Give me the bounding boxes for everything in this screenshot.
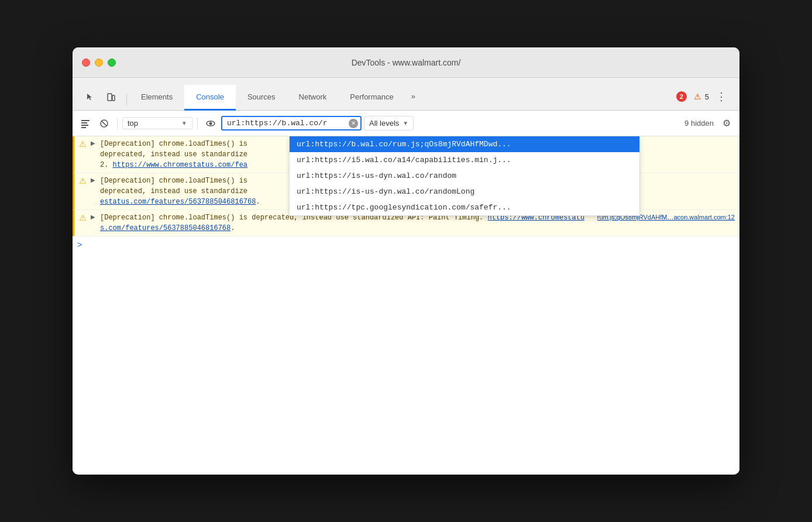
tab-console[interactable]: Console — [184, 85, 236, 111]
chromestatus-link-2[interactable]: estatus.com/features/5637885046816768 — [100, 198, 256, 206]
svg-point-9 — [209, 122, 212, 125]
error-count: 2 — [676, 91, 687, 102]
tab-icons — [77, 89, 124, 105]
autocomplete-item-5[interactable]: url:https://tpc.googlesyndication.com/sa… — [290, 200, 639, 215]
svg-rect-3 — [81, 122, 87, 123]
tab-bar-right: 2 ⚠ 5 ⋮ — [676, 88, 735, 105]
tab-separator-1 — [126, 94, 127, 105]
clear-icon — [81, 119, 90, 128]
console-toolbar: top ▼ ✕ All levels ▼ 9 hidden ⚙ url:http… — [73, 111, 739, 136]
minimize-button[interactable] — [95, 59, 103, 67]
svg-rect-1 — [112, 95, 115, 101]
autocomplete-item-2[interactable]: url:https://i5.wal.co/a14/capabilities.m… — [290, 152, 639, 168]
eye-button[interactable] — [202, 115, 219, 132]
close-button[interactable] — [82, 59, 90, 67]
svg-line-7 — [102, 121, 107, 126]
svg-rect-2 — [81, 120, 90, 121]
settings-button[interactable]: ⚙ — [718, 115, 735, 132]
console-prompt: > — [73, 236, 739, 253]
tab-elements[interactable]: Elements — [129, 85, 184, 111]
filter-input-container: ✕ — [221, 116, 362, 130]
toolbar-separator-1 — [117, 118, 118, 129]
hidden-count: 9 hidden — [684, 119, 714, 128]
tab-sources[interactable]: Sources — [236, 85, 287, 111]
autocomplete-item-4[interactable]: url:https://is-us-dyn.wal.co/randomLong — [290, 184, 639, 200]
window-title: DevTools - www.walmart.com/ — [352, 58, 461, 67]
tab-performance[interactable]: Performance — [338, 85, 405, 111]
eye-icon — [206, 119, 215, 128]
context-selector[interactable]: top ▼ — [122, 117, 192, 129]
prompt-arrow: > — [77, 240, 82, 249]
toolbar-separator-2 — [197, 118, 198, 129]
warning-icon-2: ⚠ — [79, 176, 91, 186]
context-arrow-icon: ▼ — [181, 120, 187, 126]
level-selector[interactable]: All levels ▼ — [364, 116, 414, 130]
message-text-3a: [Deprecation] chrome.loadTimes() is depr… — [100, 214, 584, 232]
tab-bar: Elements Console Sources Network Perform… — [73, 78, 739, 111]
svg-rect-4 — [81, 125, 88, 126]
chromestatus-link-1[interactable]: https://www.chromestatus.com/fea — [113, 161, 247, 169]
warning-icon-3: ⚠ — [79, 213, 91, 222]
level-arrow-icon: ▼ — [402, 120, 408, 126]
device-icon — [106, 92, 116, 102]
context-value: top — [128, 119, 178, 128]
svg-rect-5 — [81, 127, 86, 128]
message-text-2a: [Deprecation] chrome.loadTimes() is depr… — [100, 177, 260, 206]
tab-network[interactable]: Network — [287, 85, 339, 111]
filter-input[interactable] — [221, 116, 362, 130]
no-filter-button[interactable] — [96, 115, 112, 132]
more-options-button[interactable]: ⋮ — [713, 88, 730, 105]
autocomplete-item-1[interactable]: url:https://b.wal.co/rum.js;qOs8mjRVdAHf… — [290, 136, 639, 152]
level-value: All levels — [369, 119, 399, 128]
warning-count: 5 — [705, 92, 709, 101]
svg-rect-0 — [108, 94, 112, 101]
block-icon — [99, 119, 109, 128]
filter-clear-button[interactable]: ✕ — [349, 119, 358, 128]
device-toolbar-button[interactable] — [103, 89, 119, 105]
expand-3[interactable]: ▶ — [91, 214, 100, 220]
message-text-1a: [Deprecation] chrome.loadTimes() is depr… — [100, 140, 247, 169]
autocomplete-dropdown: url:https://b.wal.co/rum.js;qOs8mjRVdAHf… — [289, 136, 640, 216]
chromestatus-link-3b[interactable]: s.com/features/5637885046816768 — [100, 224, 230, 232]
error-badge: 2 — [676, 91, 690, 102]
title-bar: DevTools - www.walmart.com/ — [73, 47, 739, 78]
clear-console-button[interactable] — [77, 115, 94, 132]
autocomplete-item-3[interactable]: url:https://is-us-dyn.wal.co/random — [290, 168, 639, 184]
warning-icon: ⚠ — [694, 92, 701, 101]
warning-icon-1: ⚠ — [79, 139, 91, 149]
maximize-button[interactable] — [108, 59, 116, 67]
devtools-window: DevTools - www.walmart.com/ Elements Con… — [73, 47, 739, 475]
expand-2[interactable]: ▶ — [91, 177, 100, 183]
cursor-icon — [85, 92, 95, 102]
traffic-lights — [82, 59, 116, 67]
inspect-element-button[interactable] — [82, 89, 98, 105]
tab-more-button[interactable]: » — [405, 87, 421, 105]
expand-1[interactable]: ▶ — [91, 140, 100, 146]
